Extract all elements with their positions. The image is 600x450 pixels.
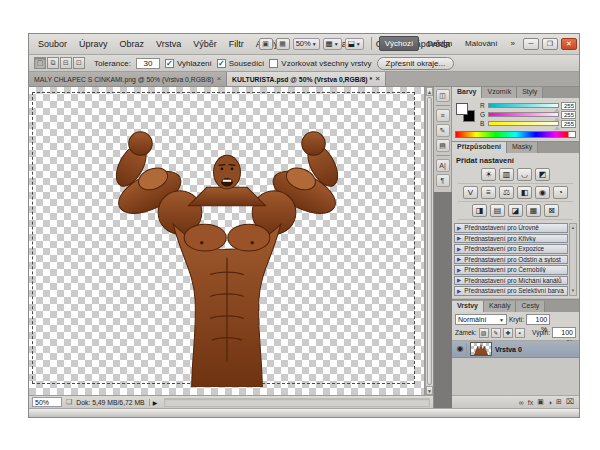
tab-maly-chlapec[interactable]: MALY CHLAPEC S CINKAMI.png @ 50% (Vrstva… xyxy=(29,72,227,86)
tab-vrstvy[interactable]: Vrstvy xyxy=(452,301,484,312)
add-layer-mask-icon[interactable]: ▣ xyxy=(537,398,544,406)
workspace-malovani-button[interactable]: Malování xyxy=(460,37,502,50)
tool-presets-panel-icon[interactable]: ✎ xyxy=(436,124,450,137)
zoom-level-dropdown[interactable]: 50% ▼ xyxy=(293,38,320,50)
menu-vrstva[interactable]: Vrstva xyxy=(150,37,187,51)
preset-curves[interactable]: ▶Přednastavení pro Křivky xyxy=(454,234,568,244)
green-value[interactable]: 255 xyxy=(561,111,576,119)
delete-layer-icon[interactable]: ⌧ xyxy=(566,398,574,406)
new-selection-icon[interactable]: ▢ xyxy=(34,57,46,69)
status-menu-arrow-icon[interactable]: ▶ xyxy=(149,399,161,406)
menu-vyber[interactable]: Výběr xyxy=(187,37,223,51)
black-white-icon[interactable]: ◧ xyxy=(517,186,532,199)
tab-kulturista[interactable]: KULTURISTA.psd @ 50% (Vrstva 0,RGB/8) * … xyxy=(227,72,386,86)
menu-soubor[interactable]: Soubor xyxy=(32,37,73,51)
subtract-from-selection-icon[interactable]: ⊟ xyxy=(60,57,72,69)
vertical-scrollbar[interactable]: ▲ ▼ xyxy=(425,87,433,395)
threshold-icon[interactable]: ◪ xyxy=(508,204,523,217)
workspace-vychozi-button[interactable]: Výchozí xyxy=(379,36,419,51)
color-spectrum-ramp[interactable] xyxy=(455,131,576,138)
invert-icon[interactable]: ◨ xyxy=(472,204,487,217)
preset-hue-saturation[interactable]: ▶Přednastavení pro Odstín a sytost xyxy=(454,255,568,265)
document-canvas[interactable] xyxy=(29,87,425,395)
blue-slider[interactable] xyxy=(488,121,559,126)
intersect-selection-icon[interactable]: ⊡ xyxy=(73,57,85,69)
character-panel-icon[interactable]: A| xyxy=(436,159,450,172)
workspace-overflow-button[interactable]: » xyxy=(506,37,520,50)
tab-prizpusobeni[interactable]: Přizpůsobení xyxy=(452,142,507,153)
close-tab-icon[interactable]: × xyxy=(375,75,380,83)
red-slider[interactable] xyxy=(488,103,559,108)
foreground-color-swatch[interactable] xyxy=(456,103,468,115)
photo-filter-icon[interactable]: ◉ xyxy=(535,186,550,199)
close-button[interactable]: ✕ xyxy=(561,38,577,50)
menu-obraz[interactable]: Obraz xyxy=(114,37,151,51)
color-balance-icon[interactable]: ⚖ xyxy=(499,186,514,199)
link-layers-icon[interactable]: ∞ xyxy=(519,399,524,406)
brightness-contrast-icon[interactable]: ☀ xyxy=(481,168,496,181)
curves-icon[interactable]: ◡ xyxy=(517,168,532,181)
fill-value[interactable]: 100 % xyxy=(552,327,576,338)
presets-scrollbar[interactable]: ▲ ▼ xyxy=(569,223,577,296)
minimize-button[interactable]: ─ xyxy=(523,38,539,50)
blue-value[interactable]: 255 xyxy=(561,120,576,128)
scrollbar-thumb[interactable] xyxy=(427,97,432,385)
posterize-icon[interactable]: ▤ xyxy=(490,204,505,217)
close-tab-icon[interactable]: × xyxy=(216,75,221,83)
vibrance-icon[interactable]: V xyxy=(463,186,478,199)
lock-position-icon[interactable]: ✚ xyxy=(503,328,513,338)
screen-mode-dropdown[interactable]: ⬓ ▼ xyxy=(345,38,364,50)
layer-thumbnail[interactable] xyxy=(470,342,492,356)
tab-barvy[interactable]: Barvy xyxy=(452,87,482,98)
channel-mixer-icon[interactable]: ◔ xyxy=(553,186,568,199)
history-panel-icon[interactable]: ◫ xyxy=(436,89,450,102)
layer-style-fx-icon[interactable]: fx xyxy=(528,399,533,406)
preset-levels[interactable]: ▶Přednastavení pro Úrovně xyxy=(454,223,568,233)
tolerance-input[interactable]: 30 xyxy=(136,58,160,69)
menu-filtr[interactable]: Filtr xyxy=(223,37,250,51)
red-value[interactable]: 255 xyxy=(561,102,576,110)
scroll-down-icon[interactable]: ▼ xyxy=(570,287,576,295)
tab-masky[interactable]: Masky xyxy=(507,142,538,153)
exposure-icon[interactable]: ◩ xyxy=(535,168,550,181)
levels-icon[interactable]: ▥ xyxy=(499,168,514,181)
lock-transparency-icon[interactable]: ▨ xyxy=(479,328,489,338)
tab-styly[interactable]: Styly xyxy=(517,87,543,98)
contiguous-checkbox[interactable]: ✓ Sousedící xyxy=(217,59,265,68)
layer-comps-panel-icon[interactable]: ▤ xyxy=(436,139,450,152)
workspace-design-button[interactable]: Design xyxy=(422,37,457,50)
preset-black-white[interactable]: ▶Přednastavení pro Černobílý xyxy=(454,265,568,275)
preset-exposure[interactable]: ▶Přednastavení pro Expozice xyxy=(454,244,568,254)
opacity-value[interactable]: 100 % xyxy=(526,314,550,325)
status-zoom-input[interactable]: 50% xyxy=(32,397,62,407)
blend-mode-dropdown[interactable]: Normální ▼ xyxy=(455,314,507,325)
preset-selective-color[interactable]: ▶Přednastavení pro Selektivní barva xyxy=(454,286,568,296)
tab-kanaly[interactable]: Kanály xyxy=(484,301,516,312)
window-resize-strip[interactable] xyxy=(29,408,579,417)
scroll-down-icon[interactable]: ▼ xyxy=(426,386,433,395)
antialias-checkbox[interactable]: ✓ Vyhlazení xyxy=(165,59,212,68)
slider-handle[interactable] xyxy=(554,126,560,130)
gradient-map-icon[interactable]: ▦ xyxy=(526,204,541,217)
add-to-selection-icon[interactable]: ⧉ xyxy=(47,57,59,69)
scroll-up-icon[interactable]: ▲ xyxy=(570,224,576,232)
scroll-up-icon[interactable]: ▲ xyxy=(426,87,433,96)
layer-row-vrstva-0[interactable]: ◉ Vrstva 0 xyxy=(452,341,579,358)
arrange-documents-dropdown[interactable]: ▦ ▼ xyxy=(323,38,342,50)
hue-saturation-icon[interactable]: ≡ xyxy=(481,186,496,199)
preset-channel-mixer[interactable]: ▶Přednastavení pro Míchání kanálů xyxy=(454,276,568,286)
restore-button[interactable]: ❐ xyxy=(542,38,558,50)
paragraph-panel-icon[interactable]: ¶ xyxy=(436,174,450,187)
new-layer-icon[interactable]: ⊞ xyxy=(556,398,562,406)
sample-all-layers-checkbox[interactable]: Vzorkovat všechny vrstvy xyxy=(269,59,371,68)
menu-upravy[interactable]: Úpravy xyxy=(73,37,114,51)
refine-edge-button[interactable]: Zpřesnit okraje... xyxy=(377,57,455,70)
view-extras-icon[interactable]: ▦ xyxy=(276,38,290,50)
selective-color-icon[interactable]: ⊠ xyxy=(544,204,559,217)
tab-cesty[interactable]: Cesty xyxy=(516,301,545,312)
lock-all-icon[interactable]: ▪ xyxy=(515,328,525,338)
layer-visibility-eye-icon[interactable]: ◉ xyxy=(454,343,467,356)
bridge-launch-icon[interactable]: ▣ xyxy=(259,38,273,50)
lock-pixels-icon[interactable]: ✎ xyxy=(491,328,501,338)
green-slider[interactable] xyxy=(488,112,559,117)
